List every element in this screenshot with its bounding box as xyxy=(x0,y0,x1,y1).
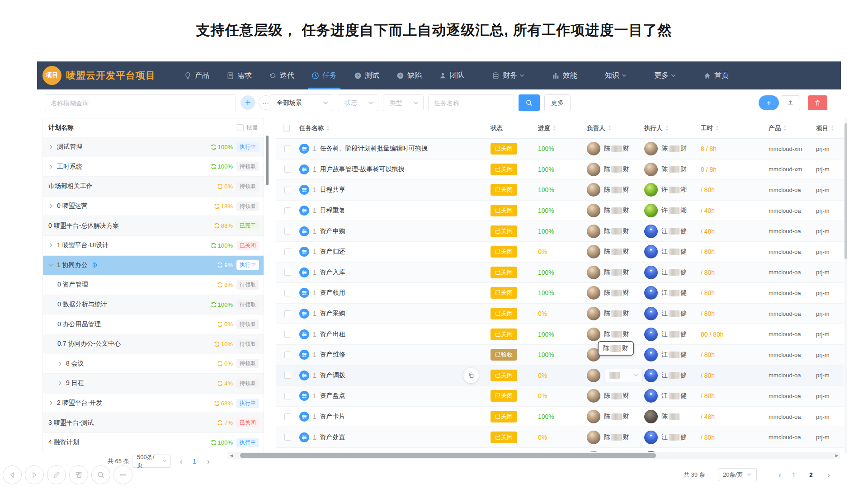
plan-add-button[interactable]: + xyxy=(241,95,255,110)
column-header-执行人[interactable]: 执行人 xyxy=(644,124,701,132)
column-header-产品[interactable]: 产品 xyxy=(769,124,816,132)
plan-tree-item[interactable]: 测试管理100%执行中 xyxy=(43,137,264,157)
tree-prev-page[interactable]: ‹ xyxy=(180,457,183,465)
task-name[interactable]: 资产卡片 xyxy=(320,413,345,421)
tree-next-page[interactable]: › xyxy=(207,457,210,465)
sort-icon[interactable] xyxy=(783,125,787,131)
task-name[interactable]: 日程重复 xyxy=(320,206,345,215)
row-checkbox[interactable] xyxy=(284,352,291,358)
row-checkbox[interactable] xyxy=(284,434,291,441)
chevron-right-icon[interactable] xyxy=(48,164,54,169)
search-button[interactable] xyxy=(519,94,540,111)
locate-icon[interactable] xyxy=(91,262,98,268)
plan-tree-item[interactable]: 2 唛盟平台-开发68%执行中 xyxy=(43,394,264,413)
table-vscroll-thumb[interactable] xyxy=(844,123,847,259)
task-name[interactable]: 资产维修 xyxy=(320,351,345,359)
plan-tree-item[interactable]: 3 唛盟平台-测试7%已关闭 xyxy=(43,413,264,433)
plan-tree-item[interactable]: 4 融资计划100%执行中 xyxy=(43,433,264,452)
row-checkbox[interactable] xyxy=(284,331,291,338)
table-prev-page[interactable]: ‹ xyxy=(778,471,781,479)
sort-icon[interactable] xyxy=(830,125,835,131)
row-checkbox[interactable] xyxy=(284,269,291,276)
task-row[interactable]: 1 资产处置 已关闭 0% 陈财 江健 / 80h mmcloud-oa prj… xyxy=(276,427,844,448)
column-header-任务名称[interactable]: 任务名称 xyxy=(299,124,491,132)
column-header-项目[interactable]: 项目 xyxy=(816,124,844,132)
row-checkbox[interactable] xyxy=(284,228,291,235)
batch-checkbox[interactable] xyxy=(237,124,244,131)
nav-item-需求[interactable]: 需求 xyxy=(222,61,256,89)
task-row[interactable]: 1 资产领用 已关闭 100% 陈财 江健 / 80h mmcloud-oa p… xyxy=(276,283,844,304)
owner-select[interactable] xyxy=(604,369,643,382)
nav-item-缺陷[interactable]: ?缺陷 xyxy=(392,61,426,89)
sort-icon[interactable] xyxy=(552,125,557,131)
plan-tree-item[interactable]: 9 日程4%待领取 xyxy=(43,374,264,394)
tree-scrollbar-thumb[interactable] xyxy=(266,136,269,185)
task-name-input[interactable] xyxy=(428,94,514,111)
add-task-button[interactable]: + xyxy=(759,95,779,110)
task-row[interactable]: 1 资产入库 已关闭 100% 陈财 江健 / 80h mmcloud-oa p… xyxy=(276,263,844,283)
task-name[interactable]: 资产处置 xyxy=(320,433,345,441)
filter-more-button[interactable]: 更多 xyxy=(544,94,571,111)
tree-page-1[interactable]: 1 xyxy=(193,458,196,465)
plan-tree-item[interactable]: 0.7 协同办公-公文中心10%待领取 xyxy=(43,334,264,354)
select-all-checkbox[interactable] xyxy=(283,125,290,131)
row-checkbox[interactable] xyxy=(284,393,291,399)
sort-icon[interactable] xyxy=(715,125,719,131)
chevron-right-icon[interactable] xyxy=(57,361,63,366)
nav-item-团队[interactable]: 团队 xyxy=(434,61,469,89)
table-page-2[interactable]: 2 xyxy=(809,471,813,479)
task-name[interactable]: 用户故事管理-故事树可以拖拽 xyxy=(320,165,405,174)
delete-button[interactable] xyxy=(808,95,827,110)
nav-item-更多[interactable]: 更多 xyxy=(650,61,680,89)
hscroll-thumb[interactable] xyxy=(240,453,656,458)
scene-select[interactable]: 全部场景 xyxy=(270,94,333,111)
plan-tree-item[interactable]: 1 协同办公9%执行中 xyxy=(43,256,264,276)
table-page-size-select[interactable]: 20条/页 xyxy=(718,468,757,481)
row-checkbox[interactable] xyxy=(284,187,291,193)
zoom-button[interactable] xyxy=(91,465,110,484)
tree-page-size-select[interactable]: 500条/页 xyxy=(132,455,171,468)
row-checkbox[interactable] xyxy=(284,372,291,379)
task-row[interactable]: 1 资产维修 已验收 100% 陈财 江健 / 80h mmcloud-oa p… xyxy=(276,345,844,366)
row-checkbox[interactable] xyxy=(284,166,291,173)
plan-tree-item[interactable]: 0 数据分析与统计100%待领取 xyxy=(43,295,264,315)
nav-item-知识[interactable]: 知识 xyxy=(600,61,631,89)
nav-item-财务[interactable]: 财务 xyxy=(487,61,529,89)
table-page-1[interactable]: 1 xyxy=(792,471,796,479)
row-checkbox[interactable] xyxy=(284,145,291,152)
layout-button[interactable] xyxy=(69,465,88,484)
type-select[interactable]: 类型 xyxy=(383,94,424,111)
task-name[interactable]: 任务树、阶段计划树批量编辑时可拖拽 xyxy=(320,145,428,153)
scroll-right-arrow[interactable]: ▶ xyxy=(834,452,840,459)
scroll-left-arrow[interactable]: ◀ xyxy=(228,452,235,459)
task-name[interactable]: 资产调拨 xyxy=(320,371,345,380)
task-name[interactable]: 资产入库 xyxy=(320,268,345,277)
nav-item-测试[interactable]: ?测试 xyxy=(349,61,384,89)
plan-tree-item[interactable]: 0 资产管理8%待领取 xyxy=(43,275,264,295)
row-checkbox[interactable] xyxy=(284,310,291,317)
chevron-down-icon[interactable] xyxy=(48,263,54,268)
row-checkbox[interactable] xyxy=(284,413,291,420)
chevron-right-icon[interactable] xyxy=(57,380,63,386)
row-checkbox[interactable] xyxy=(284,249,291,255)
nav-item-任务[interactable]: 任务 xyxy=(307,61,341,89)
table-next-page[interactable]: › xyxy=(827,471,830,479)
task-row[interactable]: 1 任务树、阶段计划树批量编辑时可拖拽 已关闭 100% 陈财 陈财 8 / 8… xyxy=(276,139,844,160)
upload-button[interactable] xyxy=(781,95,800,110)
nav-item-迭代[interactable]: 迭代 xyxy=(264,61,299,89)
task-name[interactable]: 资产出租 xyxy=(320,330,345,338)
plan-tree-item[interactable]: 8 会议0%待领取 xyxy=(43,354,264,374)
task-row[interactable]: 1 资产采购 已关闭 0% 陈财 江健 / 80h mmcloud-oa prj… xyxy=(276,304,844,324)
task-name[interactable]: 资产申购 xyxy=(320,227,345,235)
nav-back-button[interactable] xyxy=(3,465,22,484)
plan-tree-item[interactable]: 0 办公用品管理0%待领取 xyxy=(43,314,264,334)
task-row[interactable]: 1 日程共享 已关闭 100% 陈财 许湖 / 80h mmcloud-oa p… xyxy=(276,180,844,201)
sort-icon[interactable] xyxy=(326,125,330,131)
plan-search-input[interactable] xyxy=(45,94,236,111)
task-row[interactable]: 1 日程重复 已关闭 100% 陈财 许湖 / 40h mmcloud-oa p… xyxy=(276,201,844,221)
column-header-工时[interactable]: 工时 xyxy=(701,124,769,132)
plan-tree-item[interactable]: 1 唛盟平台-UI设计100%已关闭 xyxy=(43,236,264,256)
task-name[interactable]: 资产盘点 xyxy=(320,392,345,400)
task-row[interactable]: 1 资产申购 已关闭 100% 陈财 江健 / 48h mmcloud-oa p… xyxy=(276,221,844,242)
task-row[interactable]: 1 资产归还 已关闭 0% 陈财 江健 / 80h mmcloud-oa prj… xyxy=(276,242,844,263)
